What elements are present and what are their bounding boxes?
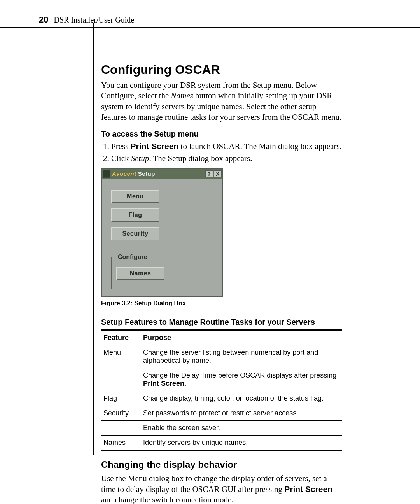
configure-group: Configure Names xyxy=(111,254,215,289)
page-number: 20 xyxy=(39,15,48,25)
table-row: Names Identify servers by unique names. xyxy=(101,435,342,450)
table-row: Flag Change display, timing, color, or l… xyxy=(101,391,342,406)
intro-paragraph: You can configure your DSR system from t… xyxy=(101,80,342,122)
cell-feature: Menu xyxy=(101,345,141,368)
security-button[interactable]: Security xyxy=(111,227,159,240)
cell-purpose: Identify servers by unique names. xyxy=(141,435,342,450)
subsection-paragraph: Use the Menu dialog box to change the di… xyxy=(101,473,342,504)
cell-purpose: Enable the screen saver. xyxy=(141,420,342,435)
cell-feature: Security xyxy=(101,406,141,420)
step2-em: Setup xyxy=(131,154,149,163)
menu-button[interactable]: Menu xyxy=(111,190,159,203)
figure-caption: Figure 3.2: Setup Dialog Box xyxy=(101,300,342,307)
body-column: Configuring OSCAR You can configure your… xyxy=(101,63,342,504)
cell-purpose-pre: Change the Delay Time before OSCAR displ… xyxy=(143,371,336,379)
features-table: Feature Purpose Menu Change the server l… xyxy=(101,329,342,451)
setup-dialog: Avocent Setup ? X Menu Flag Security Con… xyxy=(101,168,223,297)
col-feature: Feature xyxy=(101,330,141,345)
cell-purpose: Change display, timing, color, or locati… xyxy=(141,391,342,406)
brand-label: Avocent xyxy=(112,170,136,177)
cell-feature xyxy=(101,420,141,435)
table-row: Change the Delay Time before OSCAR displ… xyxy=(101,368,342,391)
avocent-logo-icon xyxy=(103,170,110,178)
steps-list: Press Print Screen to launch OSCAR. The … xyxy=(101,141,342,164)
cell-feature xyxy=(101,368,141,391)
page: 20 DSR Installer/User Guide Configuring … xyxy=(0,0,420,504)
cell-feature: Flag xyxy=(101,391,141,406)
dialog-titlebar: Avocent Setup ? X xyxy=(102,169,222,179)
step1-post: to launch OSCAR. The Main dialog box app… xyxy=(178,142,342,151)
dialog-body: Menu Flag Security Configure Names xyxy=(102,179,222,296)
cell-purpose-bold: Print Screen. xyxy=(143,380,186,387)
help-button[interactable]: ? xyxy=(205,170,213,177)
para-post: and change the switch connection mode. xyxy=(101,495,234,504)
names-button[interactable]: Names xyxy=(116,267,164,280)
cell-purpose: Change the server listing between numeri… xyxy=(141,345,342,368)
para-bold: Print Screen xyxy=(284,485,332,494)
step2-post: . The Setup dialog box appears. xyxy=(149,154,252,163)
table-title: Setup Features to Manage Routine Tasks f… xyxy=(101,318,342,327)
cell-purpose: Change the Delay Time before OSCAR displ… xyxy=(141,368,342,391)
dialog-title: Setup xyxy=(138,170,155,177)
access-setup-heading: To access the Setup menu xyxy=(101,130,342,138)
cell-purpose: Set passwords to protect or restrict ser… xyxy=(141,406,342,420)
table-row: Enable the screen saver. xyxy=(101,420,342,435)
configure-legend: Configure xyxy=(116,254,149,261)
step-2: Click Setup. The Setup dialog box appear… xyxy=(111,153,342,164)
close-button[interactable]: X xyxy=(214,170,222,177)
flag-button[interactable]: Flag xyxy=(111,208,159,222)
step1-pre: Press xyxy=(111,142,131,151)
section-heading: Configuring OSCAR xyxy=(101,63,342,77)
running-header: 20 DSR Installer/User Guide xyxy=(0,15,420,28)
step2-pre: Click xyxy=(111,154,131,163)
cell-feature: Names xyxy=(101,435,141,450)
vertical-rule xyxy=(93,23,94,455)
step1-bold: Print Screen xyxy=(131,142,179,150)
subsection-heading: Changing the display behavior xyxy=(101,459,342,470)
intro-em-names: Names xyxy=(171,91,193,100)
col-purpose: Purpose xyxy=(141,330,342,345)
doc-title: DSR Installer/User Guide xyxy=(54,16,134,24)
table-row: Menu Change the server listing between n… xyxy=(101,345,342,368)
step-1: Press Print Screen to launch OSCAR. The … xyxy=(111,141,342,152)
figure-3-2: Avocent Setup ? X Menu Flag Security Con… xyxy=(101,168,342,297)
table-row: Security Set passwords to protect or res… xyxy=(101,406,342,420)
